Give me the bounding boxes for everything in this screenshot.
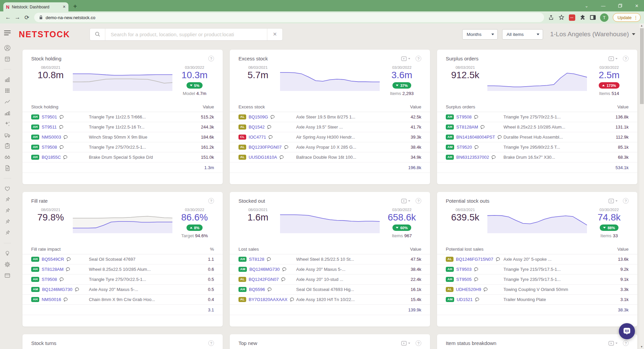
window-icon[interactable] [4, 272, 11, 279]
window-restore-icon[interactable] [618, 4, 622, 8]
product-code-link[interactable]: BQ1246MG730 [42, 287, 72, 292]
help-icon[interactable]: ? [623, 56, 629, 61]
help-icon[interactable]: ? [208, 56, 214, 61]
comment-bubble-icon[interactable] [59, 277, 64, 282]
heart-icon[interactable] [4, 185, 11, 192]
performance-icon[interactable] [4, 109, 11, 116]
account-icon[interactable] [4, 45, 11, 51]
comment-bubble-icon[interactable] [483, 287, 488, 292]
presentation-mode-icon[interactable] [401, 341, 410, 346]
comment-bubble-icon[interactable] [496, 257, 500, 261]
extension-red-icon[interactable]: ⋯ [569, 14, 575, 21]
product-code-link[interactable]: BN1416048004PST [456, 135, 495, 140]
grid-icon[interactable] [4, 87, 11, 94]
help-icon[interactable]: ? [208, 340, 214, 346]
product-code-link[interactable]: BY7O1820AAXAAX [249, 297, 287, 302]
comment-bubble-icon[interactable] [475, 297, 479, 302]
browser-tab[interactable]: N Netstock: Dashboard ✕ [3, 2, 68, 11]
product-code-link[interactable]: ST9505 [456, 277, 472, 282]
window-minimize-icon[interactable]: — [601, 3, 605, 8]
help-icon[interactable]: ? [416, 340, 421, 346]
window-menu-chevron-icon[interactable]: ⌄ [585, 3, 588, 8]
report-icon[interactable] [4, 143, 11, 149]
product-code-link[interactable]: BQ1509G [249, 114, 268, 119]
product-code-link[interactable]: ST9508 [42, 277, 57, 282]
forward-icon[interactable]: → [13, 14, 22, 21]
search-clear-icon[interactable]: ✕ [267, 29, 282, 40]
tab-close-icon[interactable]: ✕ [63, 5, 66, 9]
presentation-mode-icon[interactable] [608, 341, 618, 346]
product-code-link[interactable]: BN63123537002 [456, 155, 489, 160]
puzzle-extensions-icon[interactable] [580, 14, 586, 20]
comment-bubble-icon[interactable] [63, 297, 68, 302]
help-icon[interactable]: ? [416, 198, 421, 204]
reload-icon[interactable]: ⟳ [22, 14, 32, 21]
page-scrollbar[interactable]: ▲ ▼ [639, 23, 644, 349]
comment-bubble-icon[interactable] [491, 155, 496, 159]
comment-bubble-icon[interactable] [267, 287, 272, 292]
address-bar[interactable]: demo-na-new.netstock.co [34, 13, 544, 22]
product-code-link[interactable]: BQ1855C [42, 155, 61, 160]
search-input[interactable] [105, 29, 267, 40]
product-code-link[interactable]: ST8128 [249, 257, 264, 262]
scroll-down-arrow-icon[interactable]: ▼ [639, 345, 644, 348]
help-icon[interactable]: ? [208, 198, 214, 204]
product-code-link[interactable]: ST9511 [42, 124, 57, 130]
product-code-link[interactable]: BQ1246MG730 [249, 267, 279, 272]
comment-bubble-icon[interactable] [497, 135, 502, 139]
comment-bubble-icon[interactable] [480, 125, 485, 129]
window-close-icon[interactable]: ✕ [635, 3, 639, 8]
presentation-mode-icon[interactable] [401, 56, 410, 61]
lightbulb-icon[interactable] [4, 250, 11, 257]
comment-bubble-icon[interactable] [59, 115, 64, 119]
comment-bubble-icon[interactable] [267, 125, 271, 129]
product-code-link[interactable]: ST8128AM [456, 124, 478, 130]
bar-chart-icon[interactable] [4, 76, 11, 83]
comment-bubble-icon[interactable] [474, 145, 479, 149]
new-tab-button[interactable]: + [73, 3, 77, 10]
product-code-link[interactable]: ST9508 [42, 145, 57, 150]
comment-bubble-icon[interactable] [268, 135, 273, 139]
back-icon[interactable]: ← [3, 14, 13, 21]
pin-icon[interactable] [4, 218, 11, 225]
bookmark-star-icon[interactable] [558, 14, 565, 20]
comment-bubble-icon[interactable] [66, 257, 71, 261]
update-button[interactable]: Update⋮ [613, 13, 641, 22]
product-code-link[interactable]: ST9508 [456, 114, 472, 119]
chrome-menu-kebab-icon[interactable]: ⋮ [634, 15, 638, 20]
period-select[interactable]: Months [462, 29, 498, 40]
profile-avatar[interactable]: T [600, 13, 608, 22]
scrollbar-thumb[interactable] [640, 28, 644, 104]
share-icon[interactable] [548, 14, 554, 20]
product-code-link[interactable]: NMS0003 [42, 135, 61, 140]
product-code-link[interactable]: IOC4771 [249, 135, 266, 140]
comment-bubble-icon[interactable] [290, 297, 294, 302]
comment-bubble-icon[interactable] [63, 155, 67, 159]
comment-bubble-icon[interactable] [66, 267, 70, 271]
comment-bubble-icon[interactable] [59, 145, 64, 149]
sparkles-icon[interactable] [4, 120, 11, 127]
comment-bubble-icon[interactable] [75, 287, 79, 292]
help-icon[interactable]: ? [623, 340, 629, 346]
product-code-link[interactable]: BQ5549CR [42, 257, 64, 262]
presentation-mode-icon[interactable] [401, 199, 410, 203]
location-selector[interactable]: 1-Los Angeles (Warehouse) [550, 31, 635, 38]
truck-icon[interactable] [4, 132, 11, 138]
help-icon[interactable]: ? [623, 198, 629, 204]
binoculars-icon[interactable] [4, 154, 11, 160]
presentation-mode-icon[interactable] [608, 56, 618, 61]
product-code-link[interactable]: ST9520 [457, 145, 472, 150]
product-code-link[interactable]: BQ5596 [249, 287, 265, 292]
product-code-link[interactable]: BQ1230FPGN07 [249, 145, 281, 150]
product-code-link[interactable]: ST9501 [42, 114, 57, 119]
product-code-link[interactable]: UDHE520H9 [456, 287, 481, 292]
help-icon[interactable]: ? [416, 56, 421, 61]
comment-bubble-icon[interactable] [279, 155, 284, 159]
product-code-link[interactable]: BQ1542 [249, 124, 265, 130]
product-code-link[interactable]: ST8128AM [42, 267, 63, 272]
search-icon[interactable] [90, 29, 105, 40]
presentation-mode-icon[interactable] [608, 199, 618, 203]
document-icon[interactable] [4, 165, 11, 171]
pin-icon[interactable] [4, 196, 11, 203]
chat-launcher-button[interactable] [619, 323, 635, 339]
